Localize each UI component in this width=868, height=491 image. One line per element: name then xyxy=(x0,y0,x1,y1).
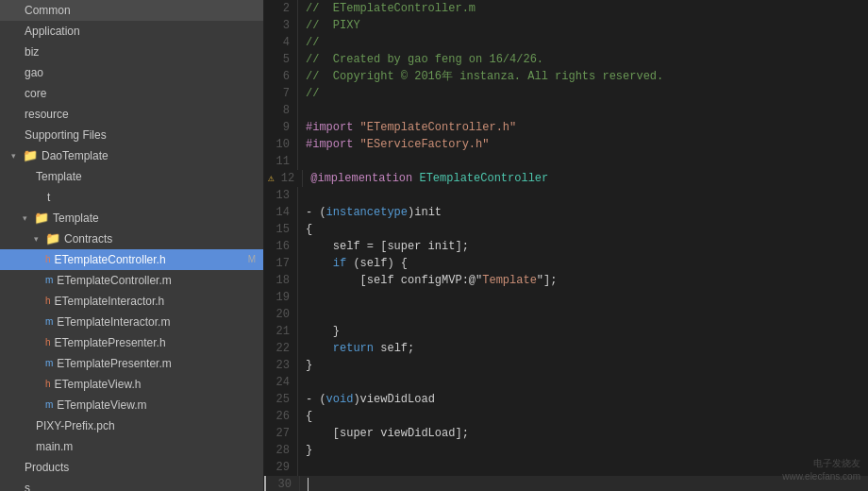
sidebar-item-main-m[interactable]: main.m xyxy=(0,436,263,457)
code-line-11[interactable]: 11 xyxy=(264,153,868,170)
h-file-icon: h xyxy=(45,293,51,310)
code-line-10[interactable]: 10#import "EServiceFactory.h" xyxy=(264,136,868,153)
sidebar-item-label: ETemplateView.h xyxy=(55,376,142,393)
sidebar-item-label: Common xyxy=(25,2,71,19)
sidebar-item-t[interactable]: t xyxy=(0,187,263,208)
code-line-27[interactable]: 27 [super viewDidLoad]; xyxy=(264,425,868,442)
sidebar-item-supporting[interactable]: Supporting Files xyxy=(0,125,263,145)
sidebar-item-ETemplateInteractor-m[interactable]: mETemplateInteractor.m xyxy=(0,312,263,332)
token: - ( xyxy=(306,393,326,406)
line-number: 20 xyxy=(264,306,298,323)
sidebar-item-products[interactable]: Products xyxy=(0,457,263,478)
token: )viewDidLoad xyxy=(353,393,434,406)
token: self; xyxy=(374,342,414,355)
code-line-12[interactable]: ⚠ 12@implementation ETemplateController xyxy=(264,170,868,187)
sidebar-item-contracts-folder[interactable]: ▾📁Contracts xyxy=(0,229,263,249)
line-content: { xyxy=(306,221,868,238)
sidebar-item-label: t xyxy=(47,189,50,206)
line-number: 10 xyxy=(264,136,298,153)
code-line-17[interactable]: 17 if (self) { xyxy=(264,255,868,272)
code-line-16[interactable]: 16 self = [super init]; xyxy=(264,238,868,255)
sidebar-item-application[interactable]: Application xyxy=(0,21,263,42)
line-content: @implementation ETemplateController xyxy=(310,170,868,187)
line-content: #import "EServiceFactory.h" xyxy=(306,136,868,153)
token: // PIXY xyxy=(306,19,360,32)
sidebar-item-ETemplateInteractor-h[interactable]: hETemplateInteractor.h xyxy=(0,291,263,312)
line-content: // xyxy=(306,85,868,102)
code-line-3[interactable]: 3// PIXY xyxy=(264,17,868,34)
line-content: } xyxy=(306,357,868,374)
sidebar-item-pixy-prefix[interactable]: PIXY-Prefix.pch xyxy=(0,415,263,436)
token: return xyxy=(333,342,374,355)
line-number: 22 xyxy=(264,340,298,357)
line-number: 27 xyxy=(264,425,298,442)
line-content: - (instancetype)init xyxy=(306,204,868,221)
line-content: { xyxy=(306,408,868,425)
token: } xyxy=(306,325,340,338)
line-number: 23 xyxy=(264,357,298,374)
code-line-25[interactable]: 25- (void)viewDidLoad xyxy=(264,391,868,408)
line-number: 9 xyxy=(264,119,298,136)
h-file-icon: h xyxy=(45,251,51,268)
code-line-9[interactable]: 9#import "ETemplateController.h" xyxy=(264,119,868,136)
code-line-23[interactable]: 23} xyxy=(264,357,868,374)
sidebar-item-common[interactable]: Common xyxy=(0,0,263,21)
sidebar-item-label: ETemplateInteractor.h xyxy=(55,293,165,310)
m-file-icon: m xyxy=(45,313,53,330)
code-line-14[interactable]: 14- (instancetype)init xyxy=(264,204,868,221)
code-line-19[interactable]: 19 xyxy=(264,289,868,306)
sidebar-item-label: Contracts xyxy=(64,230,112,247)
code-line-29[interactable]: 29 xyxy=(264,459,868,476)
sidebar-item-ETemplateController-m[interactable]: mETemplateController.m xyxy=(0,270,263,291)
sidebar-item-template[interactable]: Template xyxy=(0,166,263,187)
sidebar[interactable]: CommonApplicationbizgaocoreresourceSuppo… xyxy=(0,0,264,491)
line-content: return self; xyxy=(306,340,868,357)
line-number: 3 xyxy=(264,17,298,34)
token: } xyxy=(306,359,312,372)
sidebar-item-ETemplateView-m[interactable]: mETemplateView.m xyxy=(0,395,263,415)
token: [super viewDidLoad]; xyxy=(306,427,469,440)
line-number: 30 xyxy=(266,476,300,491)
code-line-8[interactable]: 8 xyxy=(264,102,868,119)
code-line-30[interactable]: 30 xyxy=(264,476,868,491)
token: (self) { xyxy=(346,257,408,270)
sidebar-item-ETemplateView-h[interactable]: hETemplateView.h xyxy=(0,374,263,395)
line-number: ⚠ 12 xyxy=(264,170,303,187)
token: Template xyxy=(482,274,537,287)
code-line-7[interactable]: 7// xyxy=(264,85,868,102)
sidebar-item-ETemplatePresenter-h[interactable]: hETemplatePresenter.h xyxy=(0,332,263,353)
sidebar-item-label: Template xyxy=(53,210,99,227)
sidebar-item-ETemplateController-h[interactable]: hETemplateController.hM xyxy=(0,249,263,270)
code-line-2[interactable]: 2// ETemplateController.m xyxy=(264,0,868,17)
token: "EServiceFactory.h" xyxy=(360,138,490,151)
sidebar-item-template-folder[interactable]: ▾📁Template xyxy=(0,208,263,229)
sidebar-item-ETemplatePresenter-m[interactable]: mETemplatePresenter.m xyxy=(0,353,263,374)
code-line-22[interactable]: 22 return self; xyxy=(264,340,868,357)
code-line-15[interactable]: 15{ xyxy=(264,221,868,238)
code-line-5[interactable]: 5// Created by gao feng on 16/4/26. xyxy=(264,51,868,68)
code-line-21[interactable]: 21 } xyxy=(264,323,868,340)
sidebar-item-s[interactable]: s xyxy=(0,478,263,491)
sidebar-item-label: gao xyxy=(25,64,43,81)
code-line-20[interactable]: 20 xyxy=(264,306,868,323)
sidebar-item-resource[interactable]: resource xyxy=(0,104,263,125)
code-line-6[interactable]: 6// Copyright © 2016年 instanza. All righ… xyxy=(264,68,868,85)
sidebar-item-label: main.m xyxy=(36,438,73,455)
sidebar-item-core[interactable]: core xyxy=(0,83,263,104)
folder-arrow-icon: ▾ xyxy=(23,210,32,227)
line-content: // ETemplateController.m xyxy=(306,0,868,17)
sidebar-item-gao[interactable]: gao xyxy=(0,62,263,83)
token: "ETemplateController.h" xyxy=(360,121,517,134)
code-line-4[interactable]: 4// xyxy=(264,34,868,51)
token: #import xyxy=(306,121,360,134)
code-line-28[interactable]: 28} xyxy=(264,442,868,459)
code-line-13[interactable]: 13 xyxy=(264,187,868,204)
sidebar-item-biz[interactable]: biz xyxy=(0,42,263,62)
line-number: 19 xyxy=(264,289,298,306)
token: // ETemplateController.m xyxy=(306,2,476,15)
sidebar-item-daotemplate[interactable]: ▾📁DaoTemplate xyxy=(0,145,263,166)
code-line-26[interactable]: 26{ xyxy=(264,408,868,425)
sidebar-item-label: core xyxy=(25,85,46,102)
code-line-18[interactable]: 18 [self configMVP:@"Template"]; xyxy=(264,272,868,289)
code-line-24[interactable]: 24 xyxy=(264,374,868,391)
